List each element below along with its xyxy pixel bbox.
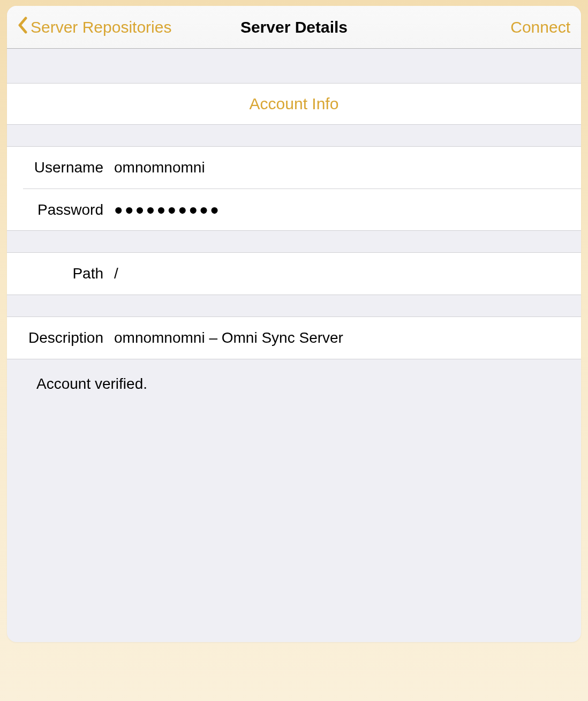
server-details-modal: Server Repositories Server Details Conne… [7, 6, 581, 642]
password-label: Password [23, 201, 114, 218]
description-group: Description [7, 316, 581, 359]
back-button[interactable]: Server Repositories [18, 17, 171, 37]
credentials-group: Username Password ●●●●●●●●●● [7, 146, 581, 231]
path-group: Path [7, 252, 581, 295]
username-label: Username [23, 159, 114, 176]
account-info-label: Account Info [250, 95, 339, 113]
description-label: Description [23, 329, 114, 346]
password-row: Password ●●●●●●●●●● [23, 189, 581, 230]
back-label: Server Repositories [31, 18, 171, 36]
content-area: Account Info Username Password ●●●●●●●●●… [7, 49, 581, 409]
path-label: Path [23, 265, 114, 282]
username-field[interactable] [114, 159, 581, 176]
username-row: Username [7, 147, 581, 189]
account-info-button[interactable]: Account Info [7, 83, 581, 125]
description-row: Description [7, 317, 581, 359]
connect-button[interactable]: Connect [510, 18, 570, 36]
path-field[interactable] [114, 265, 581, 282]
status-message: Account verified. [7, 359, 581, 409]
section-spacer [7, 49, 581, 83]
navbar: Server Repositories Server Details Conne… [7, 6, 581, 49]
section-spacer [7, 231, 581, 252]
chevron-left-icon [18, 17, 27, 37]
section-spacer [7, 125, 581, 146]
section-spacer [7, 295, 581, 316]
path-row: Path [7, 253, 581, 295]
password-field[interactable]: ●●●●●●●●●● [114, 201, 581, 218]
description-field[interactable] [114, 329, 581, 346]
page-title: Server Details [240, 18, 348, 36]
